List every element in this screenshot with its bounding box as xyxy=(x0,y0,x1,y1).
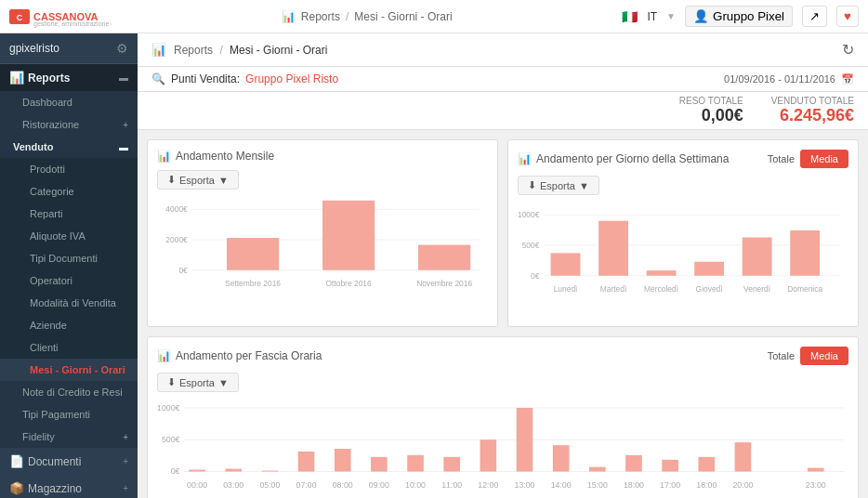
totale-label: Totale xyxy=(768,153,795,164)
svg-text:500€: 500€ xyxy=(162,435,180,444)
sidebar-item-dashboard[interactable]: Dashboard xyxy=(0,91,138,113)
sidebar-item-tipi-documenti[interactable]: Tipi Documenti xyxy=(0,247,138,269)
chart-mensile-svg: 4000€ 2000€ 0€ Settembre 2016 Ottobre 20… xyxy=(157,197,488,308)
svg-rect-19 xyxy=(551,253,581,275)
svg-text:13:00: 13:00 xyxy=(514,480,534,490)
sidebar-item-aliquote[interactable]: Aliquote IVA xyxy=(0,225,138,247)
logout-button[interactable]: ↗ xyxy=(802,6,827,27)
svg-rect-52 xyxy=(735,442,752,471)
breadcrumb-root: Reports xyxy=(301,10,340,23)
svg-text:18:00: 18:00 xyxy=(624,480,644,490)
svg-rect-38 xyxy=(225,469,242,472)
breadcrumb-reports[interactable]: Reports xyxy=(174,44,213,57)
tipi-pagamenti-label: Tipi Pagamenti xyxy=(22,409,90,420)
svg-rect-20 xyxy=(598,221,628,276)
collapse-icon: ▬ xyxy=(119,72,128,83)
svg-text:C: C xyxy=(17,13,23,22)
svg-text:0€: 0€ xyxy=(171,466,180,476)
svg-rect-22 xyxy=(694,262,724,276)
sidebar-item-tipi-pagamenti[interactable]: Tipi Pagamenti xyxy=(0,403,138,426)
svg-rect-44 xyxy=(443,457,460,472)
svg-text:Novembre 2016: Novembre 2016 xyxy=(416,279,472,288)
user-icon: 👤 xyxy=(693,9,709,23)
sidebar-item-fidelity[interactable]: Fidelity + xyxy=(0,426,138,448)
dropdown-icon: ▼ xyxy=(666,11,676,21)
sidebar-item-reports[interactable]: 📊 Reports ▬ xyxy=(0,64,138,91)
ristorazione-label: Ristorazione xyxy=(22,119,79,130)
mesi-label: Mesi - Giorni - Orari xyxy=(30,364,125,375)
sidebar-item-modalita[interactable]: Modalità di Vendita xyxy=(0,292,138,314)
flag-icon: 🇮🇹 xyxy=(622,9,638,24)
chart-mensile-label: Andamento Mensile xyxy=(176,150,274,163)
chart-icon: 📊 xyxy=(282,10,296,23)
media-toggle-button[interactable]: Media xyxy=(800,150,848,168)
svg-text:1000€: 1000€ xyxy=(157,403,180,413)
expand-magazzino-icon: + xyxy=(123,483,128,493)
charts-row-2: 📊 Andamento per Fascia Oraria Totale Med… xyxy=(147,336,859,498)
chart-mensile-icon: 📊 xyxy=(157,150,171,163)
svg-text:Giovedì: Giovedì xyxy=(696,284,723,294)
sidebar-item-aziende[interactable]: Aziende xyxy=(0,314,138,336)
chart-giorno-export-area: ⬇ Esporta ▼ xyxy=(518,176,848,195)
svg-rect-46 xyxy=(517,408,533,472)
chart-oraria-icon: 📊 xyxy=(157,349,171,362)
lang-label: IT xyxy=(647,10,657,23)
sidebar-item-operatori[interactable]: Operatori xyxy=(0,269,138,292)
svg-text:11:00: 11:00 xyxy=(441,480,462,490)
chart-giorno-export-button[interactable]: ⬇ Esporta ▼ xyxy=(518,176,599,195)
export-label: Esporta xyxy=(179,175,215,186)
sidebar-item-prodotti[interactable]: Prodotti xyxy=(0,158,138,180)
sidebar-reports-label: Reports xyxy=(28,72,70,85)
sidebar-item-reparti[interactable]: Reparti xyxy=(0,203,138,225)
svg-text:Martedì: Martedì xyxy=(600,284,627,294)
sidebar-item-magazzino[interactable]: 📦 Magazzino + xyxy=(0,475,138,498)
group-button[interactable]: 👤 Gruppo Pixel xyxy=(685,6,793,27)
svg-text:0€: 0€ xyxy=(178,266,188,275)
categorie-label: Categorie xyxy=(30,186,74,197)
svg-rect-53 xyxy=(808,468,824,472)
filter-value: Gruppo Pixel Risto xyxy=(245,72,338,85)
expand-ristorazione-icon: + xyxy=(123,120,128,130)
svg-text:Lunedì: Lunedì xyxy=(554,284,578,294)
sidebar-item-note-credito[interactable]: Note di Credito e Resi xyxy=(0,381,138,403)
topbar: C CASSANOVA gestione, amministrazione e … xyxy=(0,0,868,33)
export2-dropdown-icon: ▼ xyxy=(579,180,589,191)
settings-icon[interactable]: ⚙ xyxy=(116,41,128,56)
chart-oraria-export-button[interactable]: ⬇ Esporta ▼ xyxy=(157,373,239,392)
operatori-label: Operatori xyxy=(30,275,72,286)
venduto-stat-label: VENDUTO TOTALE xyxy=(771,96,854,106)
svg-text:09:00: 09:00 xyxy=(369,480,389,490)
sidebar-item-documenti[interactable]: 📄 Documenti + xyxy=(0,448,138,475)
calendar-icon[interactable]: 📅 xyxy=(841,73,854,85)
aliquote-label: Aliquote IVA xyxy=(30,230,85,242)
chart-giorno: 📊 Andamento per Giorno della Settimana T… xyxy=(507,139,859,327)
bar-ottobre xyxy=(322,201,375,270)
filter-right: 01/09/2016 - 01/11/2016 📅 xyxy=(724,73,854,85)
media3-toggle-button[interactable]: Media xyxy=(800,347,848,365)
main-layout: gpixelristo ⚙ 📊 Reports ▬ Dashboard Rist… xyxy=(0,33,868,498)
chart-mensile-export-area: ⬇ Esporta ▼ xyxy=(157,170,488,190)
chart-mensile-title: 📊 Andamento Mensile xyxy=(157,150,274,163)
sidebar-item-ristorazione[interactable]: Ristorazione + xyxy=(0,113,138,136)
documenti-label-top: Documenti xyxy=(28,455,81,468)
sidebar-item-mesi[interactable]: Mesi - Giorni - Orari xyxy=(0,359,138,381)
clienti-label: Clienti xyxy=(30,342,59,353)
svg-text:Settembre 2016: Settembre 2016 xyxy=(225,279,281,288)
sidebar-item-clienti[interactable]: Clienti xyxy=(0,336,138,359)
totale3-label: Totale xyxy=(768,350,795,361)
heart-button[interactable]: ♥ xyxy=(836,6,859,27)
note-credito-label: Note di Credito e Resi xyxy=(22,387,123,398)
svg-rect-24 xyxy=(790,230,820,276)
svg-text:07:00: 07:00 xyxy=(296,480,317,490)
sidebar-item-venduto[interactable]: Venduto ▬ xyxy=(0,136,138,158)
sidebar-item-categorie[interactable]: Categorie xyxy=(0,180,138,203)
svg-rect-39 xyxy=(262,471,279,472)
svg-rect-48 xyxy=(589,467,606,472)
refresh-button[interactable]: ↻ xyxy=(842,41,854,59)
chart-oraria: 📊 Andamento per Fascia Oraria Totale Med… xyxy=(147,336,859,498)
expand-fidelity-icon: + xyxy=(123,432,128,442)
svg-text:gestione, amministrazione e an: gestione, amministrazione e analisi xyxy=(33,20,112,28)
chart-mensile-export-button[interactable]: ⬇ Esporta ▼ xyxy=(157,170,239,190)
modalita-label: Modalità di Vendita xyxy=(30,297,116,308)
chart-giorno-controls: Totale Media xyxy=(768,150,848,168)
